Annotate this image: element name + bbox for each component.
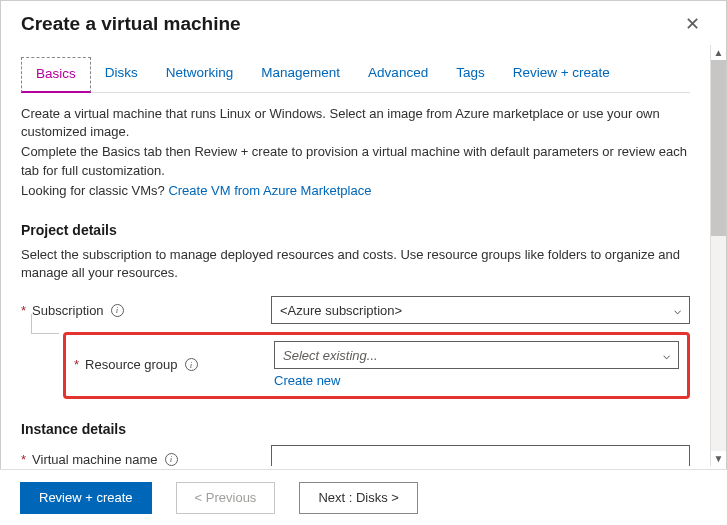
tree-connector [31, 314, 59, 334]
vertical-scrollbar[interactable]: ▲ ▼ [710, 45, 726, 466]
tab-review-create[interactable]: Review + create [499, 57, 624, 92]
intro-line3-prefix: Looking for classic VMs? [21, 183, 168, 198]
scroll-up-arrow[interactable]: ▲ [714, 45, 724, 60]
subscription-value: <Azure subscription> [280, 303, 402, 318]
required-asterisk: * [21, 452, 26, 466]
dialog-header: Create a virtual machine ✕ [1, 1, 726, 45]
marketplace-link[interactable]: Create VM from Azure Marketplace [168, 183, 371, 198]
scroll-down-arrow[interactable]: ▼ [714, 451, 724, 466]
tab-advanced[interactable]: Advanced [354, 57, 442, 92]
review-create-button[interactable]: Review + create [20, 482, 152, 514]
resource-group-highlight: * Resource group i Select existing... ⌵ … [63, 332, 690, 399]
previous-button: < Previous [176, 482, 276, 514]
vm-name-control [271, 445, 690, 466]
intro-text: Create a virtual machine that runs Linux… [21, 105, 690, 200]
chevron-down-icon: ⌵ [663, 348, 670, 362]
vm-name-row: * Virtual machine name i [21, 445, 690, 466]
required-asterisk: * [74, 357, 79, 372]
subscription-control: <Azure subscription> ⌵ [271, 296, 690, 324]
info-icon[interactable]: i [111, 304, 124, 317]
project-details-title: Project details [21, 222, 690, 238]
next-button[interactable]: Next : Disks > [299, 482, 418, 514]
subscription-row: * Subscription i <Azure subscription> ⌵ [21, 296, 690, 324]
info-icon[interactable]: i [165, 453, 178, 466]
intro-line2: Complete the Basics tab then Review + cr… [21, 143, 690, 179]
instance-details-title: Instance details [21, 421, 690, 437]
tab-tags[interactable]: Tags [442, 57, 499, 92]
create-new-link[interactable]: Create new [274, 373, 340, 388]
resource-group-label: * Resource group i [66, 357, 274, 372]
footer-bar: Review + create < Previous Next : Disks … [0, 469, 727, 525]
project-details-desc: Select the subscription to manage deploy… [21, 246, 690, 282]
intro-line1: Create a virtual machine that runs Linux… [21, 105, 690, 141]
resource-group-select[interactable]: Select existing... ⌵ [274, 341, 679, 369]
vm-name-label: * Virtual machine name i [21, 452, 271, 466]
vm-name-input[interactable] [271, 445, 690, 466]
resource-group-control: Select existing... ⌵ Create new [274, 341, 679, 388]
tab-disks[interactable]: Disks [91, 57, 152, 92]
resource-group-label-text: Resource group [85, 357, 178, 372]
chevron-down-icon: ⌵ [674, 303, 681, 317]
tab-basics[interactable]: Basics [21, 57, 91, 93]
vm-name-label-text: Virtual machine name [32, 452, 158, 466]
scroll-track[interactable] [711, 60, 726, 451]
tab-bar: Basics Disks Networking Management Advan… [21, 57, 690, 93]
tab-management[interactable]: Management [247, 57, 354, 92]
tab-networking[interactable]: Networking [152, 57, 248, 92]
content-wrap: Basics Disks Networking Management Advan… [1, 45, 726, 466]
subscription-select[interactable]: <Azure subscription> ⌵ [271, 296, 690, 324]
scroll-area: Basics Disks Networking Management Advan… [1, 45, 710, 466]
required-asterisk: * [21, 303, 26, 318]
resource-group-placeholder: Select existing... [283, 348, 378, 363]
dialog-title: Create a virtual machine [21, 13, 241, 35]
intro-line3: Looking for classic VMs? Create VM from … [21, 182, 690, 200]
close-icon[interactable]: ✕ [679, 13, 706, 35]
info-icon[interactable]: i [185, 358, 198, 371]
scroll-thumb[interactable] [711, 60, 726, 236]
resource-group-row: * Resource group i Select existing... ⌵ … [66, 341, 679, 388]
